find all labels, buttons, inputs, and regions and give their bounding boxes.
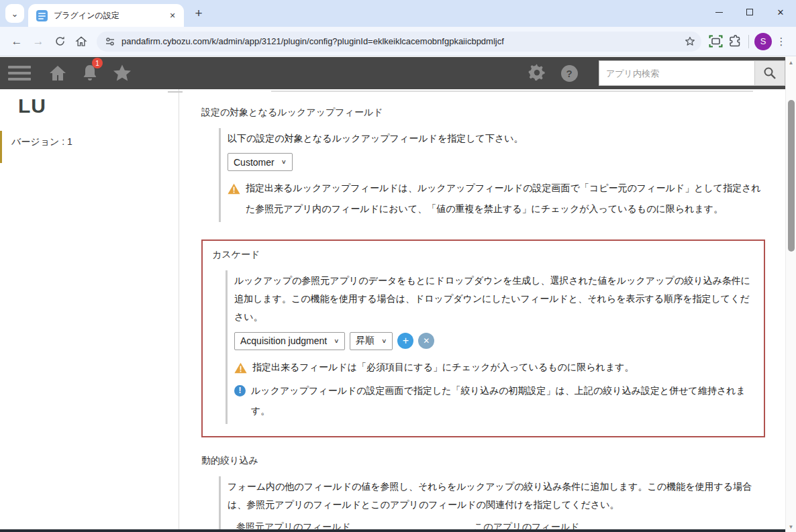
new-tab-button[interactable]: + [189,4,208,23]
warning-icon [228,183,240,195]
cascade-order-select-value: 昇順 [356,335,375,347]
home-icon [75,36,87,48]
vertical-scrollbar[interactable]: ▲ ▼ [785,57,796,532]
site-settings-icon[interactable] [105,36,115,47]
avatar-letter: S [760,36,766,46]
cross-icon: ✕ [423,336,430,345]
cascade-warning: 指定出来るフィールドは「必須項目にする」にチェックが入っているものに限られます。 [234,357,757,378]
plugin-name: LU [18,95,179,117]
cascade-section: カスケード ルックアップの参照元アプリのデータをもとにドロップダウンを生成し、選… [201,240,765,437]
profile-avatar[interactable]: S [754,33,772,50]
scroll-remnant-line [168,91,183,93]
app-search-button[interactable] [754,60,785,86]
lookup-field-select[interactable]: Customer ∨ [228,153,293,171]
toolbar-divider [748,35,749,48]
cascade-section-body: ルックアップの参照元アプリのデータをもとにドロップダウンを生成し、選択された値を… [226,270,757,424]
browser-tab[interactable]: プラグインの設定 ✕ [28,4,184,27]
chevron-down-icon: ∨ [334,337,339,344]
window-controls: ✕ [703,0,796,24]
lookup-field-select-value: Customer [234,157,275,168]
bookmark-button[interactable] [681,33,699,50]
screen-capture-button[interactable] [707,33,724,50]
chevron-down-icon: ∨ [281,159,287,166]
cascade-description: ルックアップの参照元アプリのデータをもとにドロップダウンを生成し、選択された値を… [234,272,757,327]
cascade-order-select[interactable]: 昇順 ∨ [350,332,393,350]
dynamic-filter-section-body: フォーム内の他のフィールドの値を参照し、それらをルックアップの絞り込み条件に追加… [219,476,764,532]
lookup-warning-text: 指定出来るルックアップフィールドは、ルックアップフィールドの設定画面で「コピー元… [246,178,764,219]
plugin-config-main: 設定の対象となるルックアップフィールド 以下の設定の対象となるルックアップフィー… [179,89,785,532]
app-search [599,60,785,86]
info-mark: ! [239,382,242,399]
star-icon [111,63,133,83]
help-button[interactable]: ? [556,62,583,85]
notification-badge: 1 [92,58,103,68]
page-body: LU バージョン : 1 設定の対象となるルックアップフィールド 以下の設定の対… [0,89,785,532]
browser-toolbar: ← → pandafirm.cybozu.com/k/admin/app/312… [0,27,796,56]
cascade-info-text: ルックアップフィールドの設定画面で指定した「絞り込みの初期設定」は、上記の絞り込… [251,380,757,422]
scroll-up-icon[interactable]: ▲ [786,57,796,68]
tab-title: プラグインの設定 [54,10,160,21]
close-icon: ✕ [777,7,785,17]
maximize-icon [746,9,753,15]
dynamic-filter-description: フォーム内の他のフィールドの値を参照し、それらをルックアップの絞り込み条件に追加… [228,478,764,515]
url-bar[interactable]: pandafirm.cybozu.com/k/admin/app/3121/pl… [97,32,701,52]
portal-home-button[interactable] [44,62,71,85]
app-header: 1 ? [0,57,785,89]
screen-capture-icon [709,35,723,48]
chevron-down-icon: ⌄ [11,9,19,19]
plugin-version: バージョン : 1 [11,136,179,148]
back-button[interactable]: ← [7,32,27,52]
tab-search-button[interactable]: ⌄ [5,4,24,23]
cascade-section-title: カスケード [212,249,757,261]
plus-icon: + [403,335,409,347]
hamburger-menu-button[interactable] [8,66,31,81]
maximize-button[interactable] [734,0,765,24]
app-search-input[interactable] [599,60,754,86]
settings-button[interactable] [524,62,550,85]
browser-menu-button[interactable]: ⋮ [773,32,789,51]
reload-button[interactable] [50,32,70,52]
scroll-down-icon[interactable]: ▼ [786,521,796,532]
chevron-down-icon: ∨ [381,337,387,344]
scroll-remnant-line [271,91,753,92]
home-button[interactable] [71,32,91,52]
warning-icon [234,362,247,374]
forward-button[interactable]: → [28,32,48,52]
dynamic-filter-section-title: 動的絞り込み [201,455,765,467]
tab-favicon-icon [36,10,48,21]
minimize-button[interactable] [703,0,734,24]
tab-strip: ⌄ プラグインの設定 ✕ + ✕ [0,0,796,27]
next-section-edge [0,529,785,532]
reload-icon [54,36,66,47]
lookup-section-title: 設定の対象となるルックアップフィールド [201,107,765,119]
search-icon [762,66,777,81]
cascade-remove-row-button[interactable]: ✕ [418,333,434,349]
bookmark-star-icon [684,36,696,48]
cascade-field-select[interactable]: Acquisition judgment ∨ [234,332,345,350]
favorites-button[interactable] [109,62,136,85]
minimize-icon [715,12,723,13]
tab-close-icon[interactable]: ✕ [166,9,179,21]
lookup-warning: 指定出来るルックアップフィールドは、ルックアップフィールドの設定画面で「コピー元… [228,178,764,219]
question-icon: ? [561,65,578,82]
extensions-puzzle-icon [728,35,741,48]
cascade-add-row-button[interactable]: + [397,333,413,349]
home-icon [48,64,68,83]
cascade-field-select-value: Acquisition judgment [240,335,327,346]
plugin-sidebar: LU バージョン : 1 [0,89,179,532]
notifications-button[interactable]: 1 [77,62,103,85]
browser-window: ⌄ プラグインの設定 ✕ + ✕ ← → pandafirm.cybozu.co… [0,0,796,532]
cascade-info: ! ルックアップフィールドの設定画面で指定した「絞り込みの初期設定」は、上記の絞… [234,380,757,422]
lookup-section-body: 以下の設定の対象となるルックアップフィールドを指定して下さい。 Customer… [219,128,764,222]
extensions-button[interactable] [726,33,743,50]
sidebar-accent-sliver [0,131,2,163]
gear-icon [528,64,546,83]
lookup-description: 以下の設定の対象となるルックアップフィールドを指定して下さい。 [228,129,764,148]
cascade-warning-text: 指定出来るフィールドは「必須項目にする」にチェックが入っているものに限られます。 [252,357,634,378]
close-button[interactable]: ✕ [765,0,796,24]
info-icon: ! [234,385,246,396]
url-text[interactable]: pandafirm.cybozu.com/k/admin/app/3121/pl… [121,36,675,46]
scrollbar-thumb[interactable] [788,100,795,252]
